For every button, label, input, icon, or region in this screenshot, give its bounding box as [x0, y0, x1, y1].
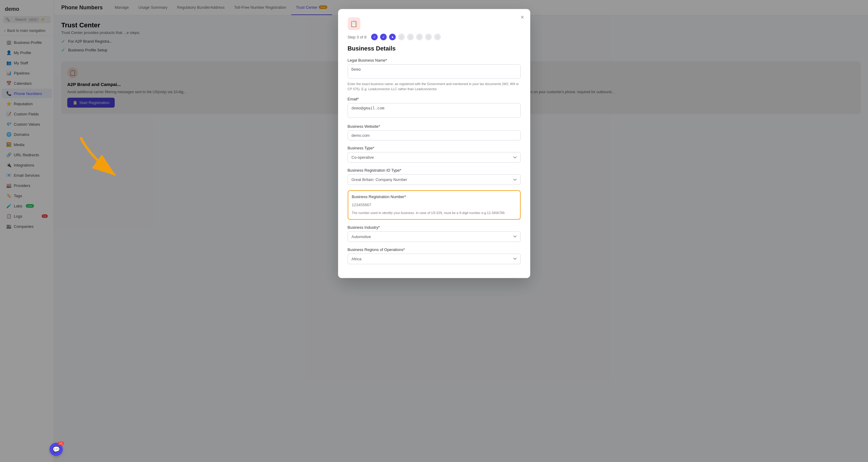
form-group-business-type: Business Type* Co-operative LLC Corporat… — [348, 146, 521, 163]
modal-icon: 📋 — [348, 18, 360, 30]
reg-number-input[interactable] — [352, 201, 517, 209]
step-dot-6: ○ — [416, 34, 423, 40]
step-dot-7: ○ — [425, 34, 432, 40]
regions-select[interactable]: Africa Asia Europe North America South A… — [348, 254, 521, 264]
industry-select[interactable]: Automotive Healthcare Finance Technology… — [348, 231, 521, 242]
form-group-reg-number: Business Registration Number* The number… — [348, 190, 521, 220]
website-label: Business Website* — [348, 124, 521, 128]
reg-id-type-label: Business Registration ID Type* — [348, 168, 521, 173]
legal-name-hint: Enter the exact business name, as regist… — [348, 82, 521, 91]
business-type-label: Business Type* — [348, 146, 521, 150]
modal-title: Business Details — [348, 45, 521, 52]
regions-label: Business Regions of Operations* — [348, 248, 521, 252]
legal-name-input[interactable]: Demo — [348, 64, 521, 79]
chat-notification-badge: 11 — [58, 441, 64, 445]
step-dot-1: ✓ — [371, 34, 378, 40]
modal-business-details: × 📋 Step 3 of 8 ✓ ✓ ● ○ ○ ○ ○ ○ Business… — [338, 9, 530, 278]
step-dot-2: ✓ — [380, 34, 387, 40]
legal-name-label: Legal Business Name* — [348, 58, 521, 62]
step-dot-5: ○ — [407, 34, 414, 40]
step-label: Step 3 of 8 — [348, 35, 367, 39]
step-indicator: Step 3 of 8 ✓ ✓ ● ○ ○ ○ ○ ○ — [348, 34, 521, 40]
step-dot-8: ○ — [434, 34, 441, 40]
form-group-reg-id-type: Business Registration ID Type* Great Bri… — [348, 168, 521, 185]
email-label: Email* — [348, 97, 521, 101]
modal-overlay: × 📋 Step 3 of 8 ✓ ✓ ● ○ ○ ○ ○ ○ Business… — [54, 0, 868, 462]
form-group-email: Email* demo@gmail.com — [348, 97, 521, 119]
form-group-industry: Business Industry* Automotive Healthcare… — [348, 225, 521, 242]
email-input[interactable]: demo@gmail.com — [348, 103, 521, 118]
reg-id-type-select[interactable]: Great Britain: Company Number US EIN DUN… — [348, 174, 521, 185]
reg-number-label: Business Registration Number* — [352, 195, 517, 199]
industry-label: Business Industry* — [348, 225, 521, 230]
modal-close-button[interactable]: × — [521, 14, 524, 21]
main-content: Phone Numbers Manage Usage Summary Regul… — [54, 0, 868, 462]
website-input[interactable] — [348, 131, 521, 140]
form-group-regions: Business Regions of Operations* Africa A… — [348, 248, 521, 264]
business-type-select[interactable]: Co-operative LLC Corporation Partnership… — [348, 152, 521, 163]
form-group-website: Business Website* — [348, 124, 521, 140]
reg-number-hint: The number used to identify your busines… — [352, 210, 517, 215]
form-group-legal-name: Legal Business Name* Demo Enter the exac… — [348, 58, 521, 91]
step-dot-3: ● — [389, 34, 396, 40]
step-dot-4: ○ — [398, 34, 405, 40]
